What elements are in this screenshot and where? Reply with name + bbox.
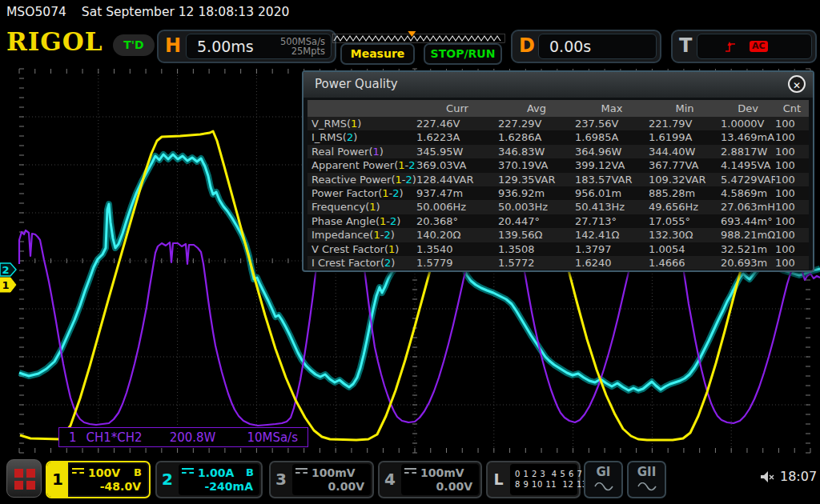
measurement-value: 345.95W <box>416 145 498 158</box>
close-icon[interactable]: ✕ <box>788 75 806 93</box>
measurement-value: 1.6223A <box>416 130 498 144</box>
measurement-value: 100 <box>775 158 809 172</box>
measurement-value: 20.693m <box>721 256 775 270</box>
measurement-value: 20.447° <box>498 214 575 228</box>
delay-value: 0.00s <box>549 38 591 55</box>
dialog-header[interactable]: Power Quality ✕ <box>303 72 813 98</box>
memory-position-bar[interactable] <box>332 30 505 43</box>
channel-3-offset: 0.00V <box>295 480 368 495</box>
bandwidth-limit-badge: B <box>246 466 256 478</box>
measurement-value: 139.56Ω <box>498 228 575 242</box>
toolbar: RIGOL T'D H 5.00ms 500MSa/s 25Mpts Measu… <box>0 24 820 67</box>
measurement-value: 227.46V <box>416 117 498 130</box>
logic-label: L <box>488 462 509 497</box>
channel-2-number: 2 <box>157 462 178 497</box>
horizontal-timebase-panel[interactable]: H 5.00ms 500MSa/s 25Mpts <box>157 30 336 63</box>
measurement-name: Impedance(1-2) <box>308 228 416 242</box>
generator-2-badge[interactable]: GII <box>627 461 666 498</box>
measurement-name: Power Factor(1-2) <box>308 186 416 200</box>
channel-1-scale: 100V <box>88 466 120 479</box>
measurement-value: 100 <box>775 186 809 200</box>
measurement-value: 1.3540 <box>416 242 498 256</box>
measurement-value: 346.83W <box>498 145 575 158</box>
menu-icon[interactable] <box>6 459 42 498</box>
channel-3-badge[interactable]: 3 100mV 0.00V <box>269 461 374 498</box>
channel-4-badge[interactable]: 4 100mV 0.00V <box>378 461 482 498</box>
channel-1-badge[interactable]: 1 100VB -48.0V <box>46 461 151 498</box>
math-scale-value: 200.8W <box>170 430 216 445</box>
logic-digits-row1: 0 1 2 3 4 5 6 7 <box>515 470 582 478</box>
measurement-value: 27.713° <box>575 214 649 228</box>
channel-3-number: 3 <box>271 462 291 497</box>
measurement-value: 1.3797 <box>575 242 649 256</box>
measurement-value: 364.96W <box>575 145 649 158</box>
oscilloscope-screen: 21 1 CH1*CH2 200.8W 10MSa/s Power Qualit… <box>0 0 820 504</box>
measurement-row: Phase Angle(1-2)20.368°20.447°27.713°17.… <box>308 214 809 228</box>
math-expression: CH1*CH2 <box>86 430 143 445</box>
rising-edge-trigger-icon <box>725 40 737 54</box>
trigger-panel[interactable]: T AC <box>671 30 817 63</box>
measurement-name: Reactive Power(1-2) <box>308 173 416 186</box>
measurement-value: 20.368° <box>416 214 498 228</box>
measurement-value: 5.4729VAR <box>721 173 775 186</box>
measurement-value: 100 <box>775 117 809 130</box>
measurement-value: 237.56V <box>575 117 649 130</box>
dc-coupling-icon <box>72 468 84 477</box>
measurement-value: 17.055° <box>649 214 721 228</box>
measurement-value: 1.5772 <box>498 256 575 270</box>
measurement-value: 4.5869m <box>721 186 775 200</box>
measurement-value: 100 <box>775 173 809 186</box>
measurement-value: 1.6286A <box>498 130 575 144</box>
timebase-value: 5.00ms <box>197 38 254 55</box>
generator-1-badge[interactable]: GI <box>584 461 623 498</box>
measurement-value: 988.21mΩ <box>721 228 775 242</box>
measurement-value: 100 <box>775 200 809 214</box>
measurement-row: Reactive Power(1-2)128.44VAR129.35VAR183… <box>308 173 809 186</box>
measurement-value: 32.521m <box>721 242 775 256</box>
measurement-value: 221.79V <box>649 117 721 130</box>
rigol-logo: RIGOL <box>6 27 103 56</box>
source-channel-number: 2 <box>408 159 415 171</box>
source-channel-number: 2 <box>392 187 399 199</box>
dialog-title: Power Quality <box>315 77 398 91</box>
measurement-value: 50.413Hz <box>575 200 649 214</box>
horizontal-label: H <box>165 34 181 57</box>
speaker-muted-icon <box>761 471 775 483</box>
measurement-value: 1.0054 <box>649 242 721 256</box>
measurement-value: 1.6240 <box>575 256 649 270</box>
measurement-row: Power Factor(1-2)937.47m936.92m956.01m88… <box>308 186 809 200</box>
dc-coupling-icon <box>295 468 308 477</box>
measurement-value: 399.12VA <box>575 158 649 172</box>
delay-panel[interactable]: D 0.00s <box>511 30 661 63</box>
measurement-value: 100 <box>775 214 809 228</box>
stop-run-button[interactable]: STOP/RUN <box>424 43 502 65</box>
channel-1-offset: -48.0V <box>72 480 144 495</box>
channel-1-number: 1 <box>47 462 68 497</box>
model-name: MSO5074 <box>6 5 66 19</box>
measurement-name: I_RMS(2) <box>308 130 416 144</box>
measure-button[interactable]: Measure <box>340 43 415 65</box>
table-header-cell: Min <box>649 100 721 117</box>
source-channel-number: 1 <box>398 159 404 171</box>
measurement-value: 109.32VAR <box>649 173 721 186</box>
status-bar: MSO5074 Sat September 12 18:08:13 2020 <box>0 0 820 24</box>
table-header-cell: Avg <box>498 100 575 117</box>
measurement-value: 50.003Hz <box>498 200 575 214</box>
logic-channels-badge[interactable]: L 0 1 2 3 4 5 6 78 9 10 11 12 13 14 15 <box>486 461 581 498</box>
channel-3-scale: 100mV <box>312 466 356 479</box>
measurement-value: 49.656Hz <box>649 200 721 214</box>
measurement-row: I Crest Factor(2)1.57791.57721.62401.466… <box>308 256 809 270</box>
measurement-value: 956.01m <box>575 186 649 200</box>
measurement-row: Frequency(1)50.006Hz50.003Hz50.413Hz49.6… <box>308 200 809 214</box>
channel-2-badge[interactable]: 2 1.00AB -240mA <box>155 461 263 498</box>
trigger-coupling-badge: AC <box>750 41 768 52</box>
measurement-value: 142.41Ω <box>575 228 649 242</box>
power-quality-table: CurrAvgMaxMinDevCntV_RMS(1)227.46V227.29… <box>308 100 809 270</box>
measurement-value: 367.77VA <box>649 158 721 172</box>
measurement-value: 100 <box>775 130 809 144</box>
measurement-value: 4.1495VA <box>721 158 775 172</box>
math-channel-label[interactable]: 1 CH1*CH2 200.8W 10MSa/s <box>58 427 308 447</box>
sine-wave-icon <box>594 482 613 491</box>
measurement-value: 344.40W <box>649 145 721 158</box>
measurement-value: 13.469mA <box>721 130 775 144</box>
